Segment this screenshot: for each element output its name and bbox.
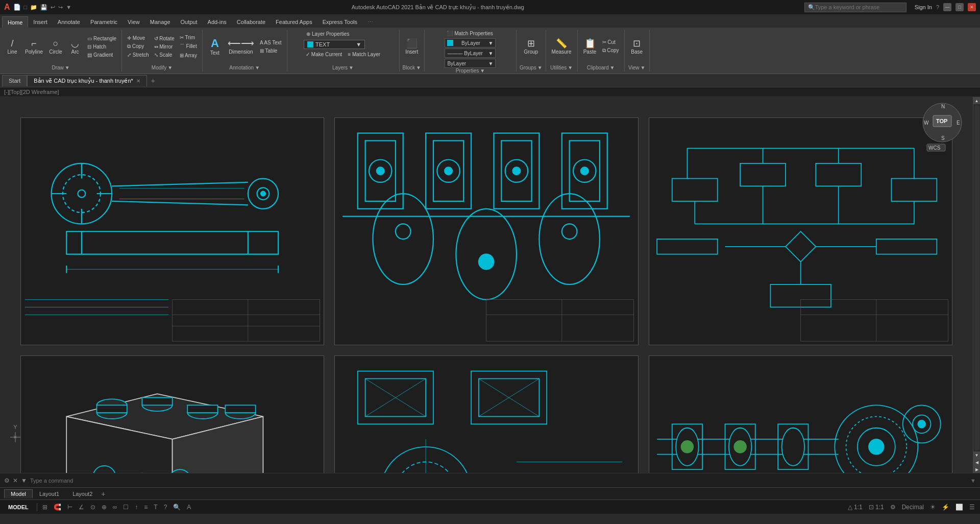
btn-make-current[interactable]: ✓ Make Current: [304, 51, 344, 58]
minimize-button[interactable]: —: [943, 3, 951, 11]
btn-insert[interactable]: ⬛ Insert: [403, 37, 421, 56]
tab-start[interactable]: Start: [2, 75, 27, 86]
btn-astext[interactable]: A AS Text: [258, 39, 284, 46]
btn-arc[interactable]: ◡ Arc: [66, 37, 84, 56]
scroll-right-button[interactable]: ▶: [973, 466, 981, 473]
cmd-settings-icon[interactable]: ⚙: [4, 477, 10, 484]
btn-scale[interactable]: ⤡ Scale: [152, 51, 177, 59]
btn-gradient[interactable]: ▤ Gradient: [85, 51, 118, 59]
cmd-close-icon[interactable]: ✕: [13, 477, 18, 484]
annotation-scale[interactable]: △ 1:1: [847, 503, 864, 512]
group-utilities-label[interactable]: Utilities▼: [550, 63, 573, 72]
group-block-label[interactable]: Block▼: [403, 63, 421, 72]
compass[interactable]: N S W E TOP WCS: [922, 102, 963, 143]
btn-table[interactable]: ⊞ Table: [258, 47, 284, 55]
drawing-frame-6[interactable]: [649, 355, 952, 473]
toolbar-customize[interactable]: ▼: [66, 4, 71, 10]
tab-express[interactable]: Express Tools: [317, 16, 362, 28]
btn-dimension[interactable]: ⟵⟶ Dimension: [225, 37, 257, 56]
tab-layout1[interactable]: Layout1: [33, 489, 66, 498]
customize-status[interactable]: ☰: [968, 503, 976, 512]
group-layers-label[interactable]: Layers▼: [332, 63, 354, 72]
btn-trim[interactable]: ✂ Trim: [178, 34, 199, 41]
group-groups-label[interactable]: Groups▼: [520, 63, 543, 72]
help-icon[interactable]: ?: [936, 4, 939, 10]
tab-model[interactable]: Model: [4, 489, 33, 498]
btn-match-layer[interactable]: ≡ Match Layer: [346, 51, 382, 58]
scroll-up-button[interactable]: ▲: [973, 97, 981, 104]
btn-stretch[interactable]: ⤢ Stretch: [125, 51, 151, 59]
btn-circle[interactable]: ○ Circle: [46, 37, 65, 56]
tpy-toggle[interactable]: T: [153, 503, 158, 512]
group-draw-label[interactable]: Draw▼: [52, 63, 69, 72]
tab-extra[interactable]: ⋯: [362, 16, 378, 28]
qp-toggle[interactable]: ?: [163, 503, 168, 512]
btn-copy-clip[interactable]: ⧉ Copy: [600, 46, 621, 55]
ortho-toggle[interactable]: ⊢: [66, 503, 74, 512]
tab-manage[interactable]: Manage: [145, 16, 176, 28]
command-input[interactable]: [30, 478, 967, 484]
toolbar-redo[interactable]: ↪: [58, 4, 63, 11]
maximize-button[interactable]: □: [955, 3, 964, 11]
grid-toggle[interactable]: ⊞: [41, 503, 48, 512]
tab-home[interactable]: Home: [2, 16, 28, 28]
linetype-selector[interactable]: ——— ByLayer▼: [445, 49, 496, 58]
workspace-toggle[interactable]: ⚙: [889, 503, 897, 512]
ducs-toggle[interactable]: ☐: [122, 503, 130, 512]
tab-layout2[interactable]: Layout2: [66, 489, 99, 498]
toolbar-new[interactable]: □: [24, 4, 28, 10]
color-selector[interactable]: ByLayer▼: [445, 38, 496, 47]
drawing-frame-4[interactable]: [20, 355, 324, 473]
viewport-scale[interactable]: ⊡ 1:1: [868, 503, 885, 512]
toolbar-save[interactable]: 💾: [40, 4, 47, 11]
snap-toggle[interactable]: 🧲: [53, 503, 62, 512]
btn-measure[interactable]: 📏 Measure: [549, 37, 574, 56]
layer-selector[interactable]: TEXT ▼: [304, 40, 365, 49]
toolbar-undo[interactable]: ↩: [51, 4, 55, 11]
tab-add-button[interactable]: +: [147, 76, 159, 86]
btn-cut[interactable]: ✂ Cut: [600, 38, 621, 46]
otrack-toggle[interactable]: ∞: [112, 503, 118, 512]
btn-match-properties[interactable]: ⬛ Match Properties: [445, 30, 495, 37]
am-toggle[interactable]: A: [186, 503, 192, 512]
dyn-toggle[interactable]: ↑: [134, 503, 139, 512]
canvas-area[interactable]: Y ✕: [0, 97, 973, 473]
group-view-label[interactable]: View▼: [628, 63, 645, 72]
cmd-dropdown-icon[interactable]: ▼: [21, 477, 27, 484]
3dosnap-toggle[interactable]: ⊕: [101, 503, 108, 512]
btn-group[interactable]: ⊞ Group: [521, 37, 541, 56]
hardware-accel[interactable]: ⚡: [941, 503, 950, 512]
btn-polyline[interactable]: ⌐ Polyline: [22, 37, 45, 56]
group-annotation-label[interactable]: Annotation▼: [229, 63, 260, 72]
tab-output[interactable]: Output: [176, 16, 203, 28]
scroll-track[interactable]: [974, 105, 979, 450]
tab-close-icon[interactable]: ✕: [136, 78, 140, 84]
drawing-frame-5[interactable]: [334, 355, 638, 473]
btn-base[interactable]: ⊡ Base: [628, 37, 646, 56]
lineweight-selector[interactable]: ByLayer▼: [445, 59, 496, 68]
drawing-frame-2[interactable]: [334, 117, 638, 345]
tab-drawing[interactable]: Bản vẽ CAD trục khuỷu - thanh truyền* ✕: [27, 75, 147, 86]
group-modify-label[interactable]: Modify▼: [152, 63, 173, 72]
close-button[interactable]: ✕: [968, 3, 976, 11]
units-display[interactable]: Decimal: [901, 503, 925, 512]
layout-add-button[interactable]: +: [99, 490, 107, 498]
tab-insert[interactable]: Insert: [28, 16, 53, 28]
btn-line[interactable]: / Line: [3, 37, 21, 56]
toolbar-open[interactable]: 📁: [30, 4, 37, 11]
clean-screen[interactable]: ⬜: [954, 503, 964, 512]
isolate-objects[interactable]: ☀: [929, 503, 937, 512]
tab-parametric[interactable]: Parametric: [85, 16, 122, 28]
tab-view[interactable]: View: [122, 16, 145, 28]
tab-annotate[interactable]: Annotate: [53, 16, 85, 28]
osnap-toggle[interactable]: ⊙: [89, 503, 96, 512]
group-clipboard-label[interactable]: Clipboard▼: [587, 63, 615, 72]
btn-array[interactable]: ⊞ Array: [178, 52, 199, 59]
search-box[interactable]: 🔍: [804, 3, 906, 12]
model-status[interactable]: MODEL: [4, 503, 33, 511]
btn-hatch[interactable]: ⊟ Hatch: [85, 43, 118, 51]
btn-fillet[interactable]: ⌒ Fillet: [178, 42, 199, 51]
btn-move[interactable]: ✛ Move: [125, 34, 151, 42]
btn-layer-properties[interactable]: ⊕ Layer Properties: [304, 30, 352, 38]
btn-text[interactable]: A Text: [206, 36, 224, 57]
